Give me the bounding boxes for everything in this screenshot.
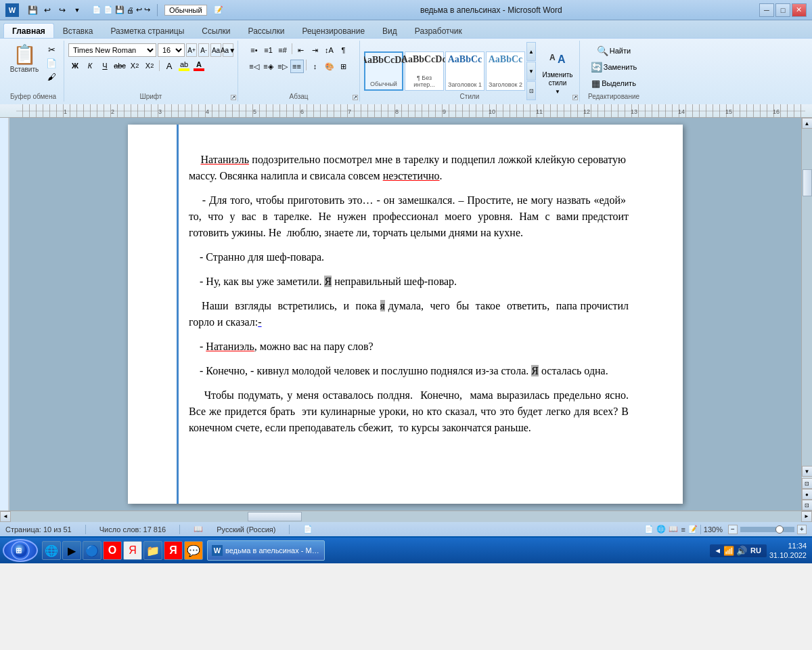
para-dialog-launcher[interactable]: ↗	[353, 95, 358, 100]
style-normal[interactable]: AaBbCcDd Обычный	[364, 51, 403, 91]
subscript-btn[interactable]: X2	[128, 59, 141, 72]
superscript-btn[interactable]: X2	[143, 59, 156, 72]
language[interactable]: Русский (Россия)	[217, 525, 275, 534]
tab-insert[interactable]: Вставка	[54, 23, 102, 38]
align-right-btn[interactable]: ≡▷	[276, 60, 290, 73]
maximize-btn[interactable]: □	[775, 3, 790, 17]
cut-button[interactable]: ✂	[43, 43, 60, 56]
align-center-btn[interactable]: ≡◈	[262, 60, 275, 73]
sort-btn[interactable]: ↕A	[323, 43, 336, 57]
undo-quick-btn[interactable]: ↩	[41, 3, 54, 17]
close-btn[interactable]: ✕	[792, 3, 807, 17]
next-page-btn[interactable]: ⊡	[802, 500, 813, 511]
media-taskbar-btn[interactable]: ▶	[62, 541, 81, 560]
view-draft-btn[interactable]: 📝	[688, 525, 698, 534]
zoom-out-btn[interactable]: −	[728, 525, 738, 534]
line-spacing-btn[interactable]: ↕	[309, 60, 322, 73]
folder-taskbar-btn[interactable]: 📁	[143, 541, 162, 560]
align-left-btn[interactable]: ≡◁	[248, 60, 261, 73]
multilevel-list-btn[interactable]: ≡#	[276, 43, 290, 57]
bottom-scroll-thumb[interactable]	[248, 512, 302, 521]
shading-btn[interactable]: 🎨	[323, 60, 336, 73]
view-outline-btn[interactable]: ≡	[681, 525, 685, 534]
redo-quick-btn[interactable]: ↪	[55, 3, 69, 17]
bullets-btn[interactable]: ≡•	[248, 43, 261, 57]
font-dialog-launcher[interactable]: ↗	[231, 95, 236, 100]
decrease-indent-btn[interactable]: ⇤	[294, 43, 308, 57]
ie-taskbar-btn[interactable]: 🌐	[42, 541, 61, 560]
styles-scroll-down[interactable]: ▼	[526, 62, 536, 81]
font-family-select[interactable]: Times New Roman Arial Calibri	[68, 43, 156, 57]
vertical-scrollbar[interactable]: ▲ ▼ ⊡ ● ⊡	[801, 118, 812, 511]
horizontal-scrollbar[interactable]: ◄ ►	[0, 511, 812, 521]
paste-button[interactable]: 📋 Вставить	[7, 42, 42, 84]
tab-page-layout[interactable]: Разметка страницы	[102, 23, 193, 38]
italic-btn[interactable]: К	[83, 59, 97, 72]
ya2-taskbar-btn[interactable]: Я	[164, 541, 183, 560]
clear-format-btn[interactable]: Aa	[210, 43, 221, 57]
view-read-btn[interactable]: 📖	[669, 525, 678, 534]
document-page[interactable]: Натаниэль подозрительно посмотрел мне в …	[128, 125, 683, 504]
save-quick-btn[interactable]: 💾	[26, 3, 39, 17]
style-heading1[interactable]: AaBbCc Заголовок 1	[445, 51, 484, 91]
underline-btn[interactable]: Ч	[98, 59, 112, 72]
time-block[interactable]: 11:34 31.10.2022	[769, 541, 807, 561]
scroll-up-btn[interactable]: ▲	[802, 118, 813, 129]
tab-references[interactable]: Ссылки	[193, 23, 239, 38]
font-size-decrease-btn[interactable]: A-	[198, 43, 209, 57]
font-size-increase-btn[interactable]: A+	[186, 43, 197, 57]
tray-arrow[interactable]: ◄	[714, 546, 721, 555]
minimize-btn[interactable]: ─	[759, 3, 774, 17]
tab-developer[interactable]: Разработчик	[406, 23, 471, 38]
doc-scroll-area[interactable]: Натаниэль подозрительно посмотрел мне в …	[9, 118, 801, 511]
notify-taskbar-btn[interactable]: 💬	[184, 541, 203, 560]
tray-volume[interactable]: 🔊	[736, 546, 747, 556]
scroll-left-btn[interactable]: ◄	[0, 511, 11, 522]
style-heading2[interactable]: AaBbCc Заголовок 2	[486, 51, 525, 91]
prev-page-btn[interactable]: ⊡	[802, 478, 813, 489]
numbering-btn[interactable]: ≡1	[262, 43, 275, 57]
ie2-taskbar-btn[interactable]: 🔵	[83, 541, 102, 560]
customize-quick-btn[interactable]: ▼	[70, 3, 84, 17]
show-marks-btn[interactable]: ¶	[337, 43, 351, 57]
tab-home[interactable]: Главная	[3, 23, 54, 38]
scroll-right-btn[interactable]: ►	[801, 511, 812, 522]
strikethrough-btn[interactable]: abc	[113, 59, 127, 72]
change-case-btn[interactable]: Aa▼	[223, 43, 233, 57]
increase-indent-btn[interactable]: ⇥	[309, 43, 322, 57]
justify-btn[interactable]: ≡≡	[290, 60, 304, 73]
copy-button[interactable]: 📄	[43, 57, 60, 69]
styles-scroll-up[interactable]: ▲	[526, 42, 536, 61]
zoom-slider[interactable]	[740, 527, 794, 532]
styles-expand[interactable]: ⊡	[526, 81, 536, 100]
style-no-spacing[interactable]: AaBbCcDd ¶ Без интер...	[405, 51, 444, 91]
start-button[interactable]: ⊞	[3, 539, 38, 562]
tab-mailings[interactable]: Рассылки	[240, 23, 294, 38]
view-web-btn[interactable]: 🌐	[656, 525, 666, 534]
style-dropdown-titlebar[interactable]: Обычный	[164, 5, 207, 16]
word-taskbar-active[interactable]: W ведьма в апельсинах - Microsoft Word	[207, 540, 325, 561]
scroll-track[interactable]	[802, 129, 813, 466]
bottom-scroll-track[interactable]	[11, 511, 801, 522]
opera-taskbar-btn[interactable]: O	[103, 541, 122, 560]
tab-review[interactable]: Рецензирование	[293, 23, 374, 38]
yandex-taskbar-btn[interactable]: Я	[123, 541, 142, 560]
tray-lang[interactable]: RU	[750, 546, 761, 555]
font-color-btn[interactable]: A	[192, 59, 206, 72]
bold-btn[interactable]: Ж	[68, 59, 82, 72]
text-highlight-btn[interactable]: ab	[177, 59, 191, 72]
page-text[interactable]: Натаниэль подозрительно посмотрел мне в …	[189, 152, 629, 436]
replace-btn[interactable]: 🔄Заменить	[587, 60, 640, 74]
tab-view[interactable]: Вид	[374, 23, 406, 38]
format-painter-button[interactable]: 🖌	[43, 70, 60, 83]
scroll-down-btn[interactable]: ▼	[802, 466, 813, 477]
zoom-in-btn[interactable]: +	[797, 525, 807, 534]
find-btn[interactable]: 🔍Найти	[587, 43, 640, 58]
text-effects-btn[interactable]: A	[162, 59, 176, 72]
font-size-select[interactable]: 16 12 14 18	[158, 43, 185, 57]
borders-btn[interactable]: ⊞	[337, 60, 351, 73]
styles-dialog-launcher[interactable]: ↗	[572, 95, 578, 100]
scroll-thumb[interactable]	[803, 169, 812, 196]
change-styles-btn[interactable]: A A Изменитьстили ▼	[540, 46, 575, 97]
select-btn[interactable]: ▦Выделить	[587, 76, 640, 91]
